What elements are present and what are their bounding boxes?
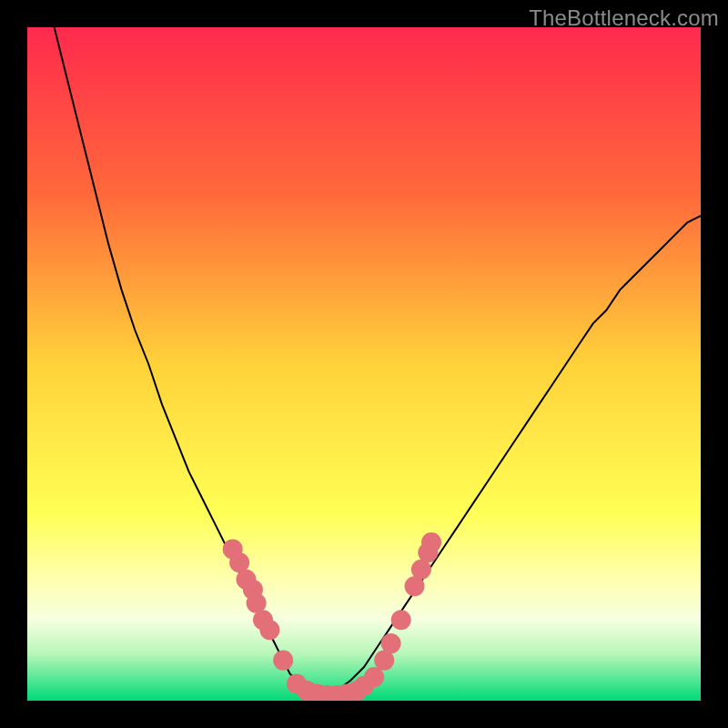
chart-svg [27,27,701,701]
gradient-background [27,27,701,701]
data-marker [421,532,441,552]
data-marker [391,610,411,630]
data-marker [381,633,401,653]
data-marker [273,651,293,671]
data-marker [364,667,384,687]
data-marker [259,620,279,640]
chart-stage: TheBottleneck.com [0,0,728,728]
plot-area [27,27,701,701]
